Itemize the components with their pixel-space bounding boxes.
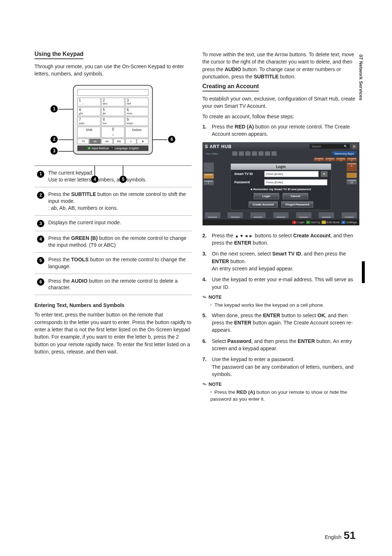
mode-Ab: Ab — [101, 139, 113, 144]
keypad-key-9: 9wxyz — [125, 117, 148, 126]
heading-creating-account: Creating an Account — [203, 83, 259, 91]
callout-4: 4 — [91, 176, 98, 183]
smart-hub-logo: S ART HUB — [205, 144, 232, 149]
password-label: Password — [234, 180, 262, 184]
smart-tv-id-label: Smart TV ID — [234, 172, 262, 176]
step-4: 4. Use the keypad to enter your e-mail a… — [203, 276, 360, 291]
step-3: 3. On the next screen, select Smart TV I… — [203, 250, 360, 272]
hub-app-icons — [232, 151, 277, 156]
samsung-apps[interactable]: Samsung Apps — [332, 151, 356, 156]
shift-key: Shift — [77, 127, 101, 138]
callout-6: 6 — [168, 136, 175, 143]
smart-hub-screenshot: S ART HUB Search🔍 ✕ Your Video Samsung A… — [203, 142, 360, 225]
note-2-list: Press the RED (A) button on your remote … — [203, 389, 360, 403]
note-1: NOTE — [203, 294, 360, 300]
create-account-button[interactable]: Create Account — [249, 201, 278, 208]
remember-checkbox[interactable]: Remember my Smart TV ID and password — [231, 187, 331, 192]
hub-bottom-thumbs: xxxxxxxx xxxxxxxx xxxxxxxx xxxxxxxx xxxx… — [203, 212, 359, 220]
mode-ab: ab — [89, 139, 101, 144]
cancel-button[interactable]: Cancel — [283, 193, 308, 199]
note-1-list: The keypad works like the keypad on a ce… — [203, 302, 360, 309]
password-input[interactable]: Press [Enter] — [264, 179, 328, 185]
t9-mode: T9 — [77, 139, 89, 144]
section-tab: 07 Network Services — [358, 54, 364, 100]
search-icon: 🔍 — [344, 145, 347, 148]
legend-row-6: 6Press the AUDIO button on the remote co… — [34, 274, 192, 295]
hub-color-bar: aLogin bSort by cEdit Mode dSettings — [203, 220, 359, 225]
step-2: 2. Press the ▲▼◄► buttons to select Crea… — [203, 232, 360, 247]
sub-entering-text: Entering Text, Numbers and Symbols — [34, 302, 192, 308]
thumb-placeholder — [204, 163, 214, 172]
step-7: 7. Use the keypad to enter a password. T… — [203, 356, 360, 378]
left-column: Using the Keypad Through your remote, yo… — [34, 51, 192, 406]
mode-AB: AB — [113, 139, 125, 144]
keypad-key-2: 2abc — [101, 98, 124, 107]
login-title: Login — [231, 164, 331, 170]
keypad-frame: 1. , –2abc3def4ghi5jkl6mno7pqrs8tuv9wxyz… — [73, 85, 153, 155]
step-6: 6. Select Password, and then press the E… — [203, 338, 360, 352]
zero-key: 0␣ — [101, 127, 124, 138]
callout-2: 2 — [50, 136, 58, 143]
legend-row-3: 3Displays the current input mode. — [34, 215, 192, 231]
callout-1: 1 — [50, 105, 58, 113]
keypad-key-5: 5jkl — [101, 107, 124, 116]
smart-tv-id-input[interactable]: Press [Enter] — [264, 171, 319, 177]
step-5: 5. When done, press the ENTER button to … — [203, 312, 360, 334]
keypad-key-4: 4ghi — [77, 107, 101, 116]
keypad-key-8: 8tuv — [101, 117, 124, 126]
login-panel: Login Smart TV ID Press [Enter] ▼ Passwo… — [230, 163, 332, 210]
move-text-para: To move within the text, use the Arrow b… — [203, 51, 360, 80]
callout-5: 5 — [119, 176, 127, 183]
callout-3: 3 — [50, 147, 58, 155]
close-icon[interactable]: ✕ — [352, 144, 357, 149]
keypad-display — [77, 89, 148, 96]
create-intro1: To establish your own, exclusive, config… — [203, 95, 360, 110]
legend-row-2: 2Press the SUBTITLE button on the remote… — [34, 187, 192, 216]
keypad-diagram: 1 2 3 6 4 5 1. , –2abc3def4ghi5jkl6mno7p… — [51, 85, 175, 155]
legend-row-4: 4Press the GREEN (B) button on the remot… — [34, 231, 192, 253]
hub-search[interactable]: Search🔍 — [310, 144, 350, 149]
keypad-footer: BInput Method TLanguage: English — [77, 146, 148, 151]
legend-row-5: 5Press the TOOLS button on the remote co… — [34, 252, 192, 274]
id-dropdown[interactable]: ▼ — [321, 171, 327, 177]
keypad-key-7: 7pqrs — [77, 117, 101, 126]
delete-key: Delete — [125, 127, 148, 138]
legend-row-1: 1The current keypad. Use to enter letter… — [34, 166, 192, 187]
mode-star: ★ — [137, 139, 148, 144]
keypad-key-6: 6mno — [125, 107, 148, 116]
edge-tab — [362, 261, 365, 283]
hub-contents-strip: Contents 1 Contents 2 Contents 3 Content… — [203, 157, 359, 161]
keypad-key-3: 3def — [125, 98, 148, 107]
heading-using-keypad: Using the Keypad — [34, 51, 83, 59]
note-2: NOTE — [203, 381, 360, 387]
entering-text-para: To enter text, press the number button o… — [34, 311, 192, 355]
step-1: 1. Press the RED (A) button on your remo… — [203, 123, 360, 138]
right-column: To move within the text, use the Arrow b… — [203, 51, 360, 406]
login-button[interactable]: Login — [254, 193, 279, 199]
forgot-password-button[interactable]: Forgot Password — [281, 201, 313, 208]
keypad-intro: Through your remote, you can use the On-… — [34, 63, 192, 78]
your-video-label: Your Video — [206, 152, 218, 155]
mode-1: 1 — [125, 139, 137, 144]
legend-table: 1The current keypad. Use to enter letter… — [34, 165, 192, 295]
page-number: English51 — [325, 529, 356, 541]
keypad-key-1: 1. , – — [77, 98, 101, 107]
create-intro2: To create an account, follow these steps… — [203, 113, 360, 120]
